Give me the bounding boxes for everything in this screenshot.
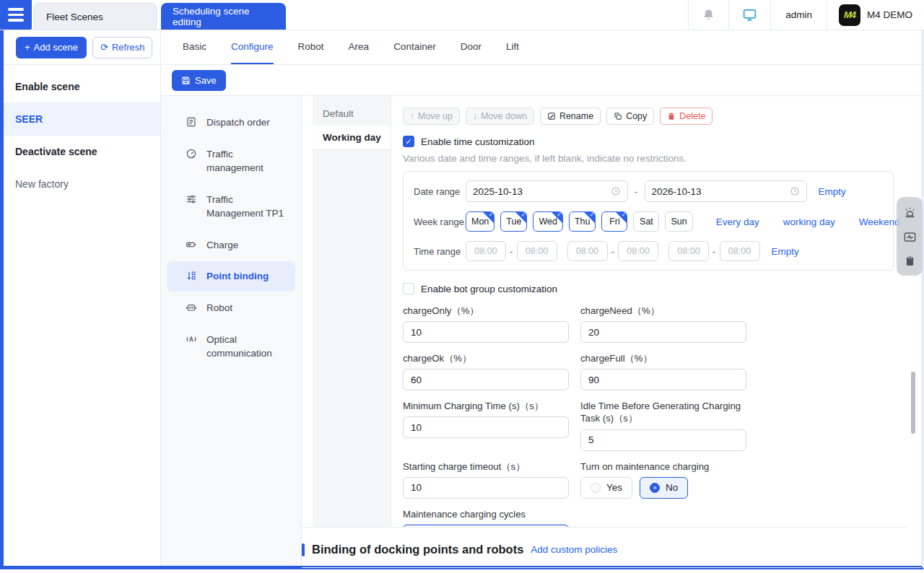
day-chip-sun[interactable]: Sun <box>665 211 692 232</box>
tab-basic[interactable]: Basic <box>183 30 206 64</box>
tab-robot[interactable]: Robot <box>298 30 324 64</box>
charge-only-input[interactable] <box>403 321 569 343</box>
clock-icon <box>611 186 621 196</box>
time-input[interactable] <box>517 241 557 261</box>
copy-icon <box>614 112 622 121</box>
app-frame: + Add scene ⟳ Refresh Enable scene SEER … <box>0 30 924 569</box>
binding-section-header: Binding of docking points and robots Add… <box>302 543 921 556</box>
tab-scheduling-scene-editing[interactable]: Scheduling scene editing <box>161 3 286 30</box>
section-accent-bar <box>302 543 305 556</box>
document-icon <box>186 115 197 128</box>
day-chip-thu[interactable]: Thu <box>569 211 596 232</box>
menu-item-robot[interactable]: Robot <box>167 293 295 323</box>
scene-item-new-factory[interactable]: New factory <box>4 167 160 201</box>
tab-lift[interactable]: Lift <box>506 30 519 64</box>
time-input[interactable] <box>567 241 608 261</box>
charge-ok-input[interactable] <box>403 369 569 390</box>
edit-icon <box>547 112 556 121</box>
rename-button[interactable]: Rename <box>540 108 601 125</box>
radio-yes[interactable]: Yes <box>580 477 632 499</box>
maintenance-cycles-input[interactable] <box>403 525 569 527</box>
save-row: Save <box>161 65 921 96</box>
time-input[interactable] <box>720 241 760 261</box>
refresh-icon: ⟳ <box>100 42 108 53</box>
day-chip-mon[interactable]: Mon <box>466 211 494 232</box>
tab-door[interactable]: Door <box>461 30 481 64</box>
enable-time-customization[interactable]: ✓ Enable time customization <box>403 136 895 147</box>
add-custom-policies-link[interactable]: Add custom policies <box>531 544 617 555</box>
module-menu: Dispatch order Traffic management Traffi… <box>161 96 302 566</box>
field-idle-time: Idle Time Before Generating Charging Tas… <box>580 400 746 450</box>
profile-tab-default[interactable]: Default <box>313 102 391 126</box>
monitor-button[interactable] <box>728 0 770 30</box>
tab-area[interactable]: Area <box>349 30 370 64</box>
add-scene-button[interactable]: + Add scene <box>16 37 87 58</box>
radio-no[interactable]: × No <box>640 477 688 499</box>
menu-item-optical-communication[interactable]: Optical communication <box>167 325 295 369</box>
notifications-button[interactable] <box>688 0 728 30</box>
menu-item-traffic-management-tp1[interactable]: Traffic Management TP1 <box>167 185 295 229</box>
weekend-link[interactable]: Weekend <box>859 216 900 227</box>
idle-time-input[interactable] <box>580 429 746 451</box>
every-day-link[interactable]: Every day <box>716 216 759 227</box>
time-input[interactable] <box>466 241 506 261</box>
alarm-siren-icon[interactable] <box>903 206 917 219</box>
time-input[interactable] <box>668 241 709 261</box>
time-range-label: Time range <box>414 246 466 257</box>
time-input[interactable] <box>618 241 658 261</box>
menu-item-charge[interactable]: Charge <box>167 230 295 261</box>
menu-item-dispatch-order[interactable]: Dispatch order <box>167 108 295 138</box>
date-end-input[interactable] <box>645 180 807 202</box>
delete-button[interactable]: Delete <box>660 108 712 125</box>
week-range-label: Week range <box>414 216 466 227</box>
enable-bot-group-customization[interactable]: Enable bot group customization <box>403 283 895 294</box>
time-range-row: Time range - - <box>414 241 883 261</box>
copy-button[interactable]: Copy <box>606 108 654 125</box>
date-range-row: Date range - Empty <box>414 180 883 202</box>
time-empty-link[interactable]: Empty <box>772 246 799 257</box>
menu-item-traffic-management[interactable]: Traffic management <box>167 139 295 183</box>
arrow-down-icon: ↓ <box>473 111 477 121</box>
menu-item-point-binding[interactable]: Point binding <box>167 261 295 292</box>
charge-full-input[interactable] <box>580 369 746 390</box>
plus-icon: + <box>25 42 30 53</box>
configure-body: Dispatch order Traffic management Traffi… <box>161 96 921 566</box>
clipboard-icon[interactable] <box>904 255 916 267</box>
move-down-button[interactable]: ↓ Move down <box>466 108 534 125</box>
profile-tab-working-day[interactable]: Working day <box>313 126 391 149</box>
date-start-input[interactable] <box>466 180 628 202</box>
scene-group-deactivate: Deactivate scene <box>4 136 160 167</box>
scene-group-enable: Enable scene <box>4 71 160 102</box>
binding-section-title: Binding of docking points and robots <box>312 543 523 556</box>
hamburger-menu-icon[interactable] <box>0 0 32 30</box>
starting-charge-timeout-input[interactable] <box>403 477 569 499</box>
date-empty-link[interactable]: Empty <box>819 186 846 197</box>
save-button[interactable]: Save <box>172 70 226 91</box>
brand-name: M4 DEMO <box>867 9 912 20</box>
day-chip-sat[interactable]: Sat <box>633 211 659 232</box>
monitor-icon <box>742 7 757 22</box>
charge-profile-panel: Default Working day ↑ Move up ↓ Move dow… <box>302 96 907 528</box>
tab-fleet-scenes[interactable]: Fleet Scenes <box>34 3 157 30</box>
day-chip-fri[interactable]: Fri <box>601 211 627 232</box>
week-day-chips: Mon Tue Wed Thu Fri Sat Sun <box>466 211 693 232</box>
min-charging-time-input[interactable] <box>403 416 569 438</box>
sort-icon <box>186 269 197 281</box>
maintenance-radio-group: Yes × No <box>580 477 746 499</box>
user-menu[interactable]: admin <box>770 0 827 30</box>
tab-container[interactable]: Container <box>393 30 436 64</box>
scene-sidebar: + Add scene ⟳ Refresh Enable scene SEER … <box>4 30 161 566</box>
brand: M4 M4 DEMO <box>827 0 924 30</box>
refresh-button[interactable]: ⟳ Refresh <box>92 37 152 58</box>
working-day-link[interactable]: working day <box>783 216 835 227</box>
week-range-row: Week range Mon Tue Wed Thu Fri Sat Sun <box>414 211 883 232</box>
monitor-chart-icon[interactable] <box>903 230 917 244</box>
move-up-button[interactable]: ↑ Move up <box>403 108 460 125</box>
topbar: Fleet Scenes Scheduling scene editing ad… <box>0 0 924 30</box>
scrollbar-thumb[interactable] <box>911 372 915 434</box>
scene-item-seer[interactable]: SEER <box>4 102 160 136</box>
day-chip-wed[interactable]: Wed <box>533 211 562 232</box>
tab-configure[interactable]: Configure <box>231 30 274 64</box>
charge-need-input[interactable] <box>580 321 746 343</box>
day-chip-tue[interactable]: Tue <box>500 211 527 232</box>
